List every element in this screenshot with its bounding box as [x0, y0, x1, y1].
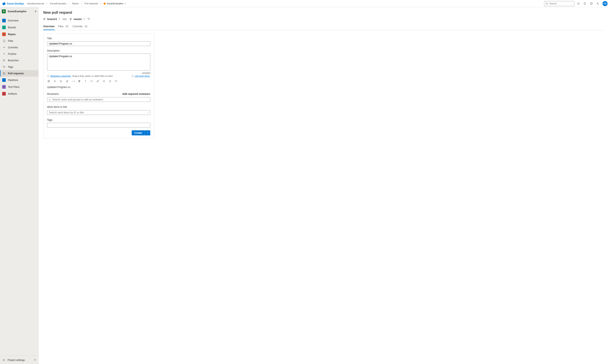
test-plans-icon: ⚗: [2, 85, 6, 89]
highlight-dropdown-button[interactable]: ▾: [72, 79, 75, 83]
tab-label: Commits: [73, 25, 83, 28]
crumb-sep: /: [81, 2, 82, 5]
create-button[interactable]: Create: [132, 130, 145, 135]
create-split-button: Create: [132, 130, 150, 135]
nav-items: ◧ Overview ▦ Boards ◆ Repos Files Commit…: [0, 16, 39, 98]
branch-icon: [2, 59, 6, 62]
help-icon-button[interactable]: ?: [588, 1, 594, 6]
sidebar-item-pipelines[interactable]: ➤ Pipelines: [0, 77, 39, 83]
reviewers-input[interactable]: [47, 97, 150, 102]
sidebar-sub-files[interactable]: Files: [0, 38, 39, 44]
user-settings-icon-button[interactable]: [595, 1, 601, 6]
crumb-repo-picker[interactable]: SonarExamples ▾: [103, 1, 127, 6]
sidebar-item-label: Pull requests: [8, 72, 24, 75]
new-project-button[interactable]: +: [35, 10, 37, 13]
svg-rect-38: [115, 80, 116, 81]
code-button[interactable]: [90, 79, 93, 83]
hashtag-button[interactable]: #: [53, 79, 56, 83]
sidebar-item-label: Tags: [8, 65, 13, 68]
bulleted-list-button[interactable]: [102, 79, 106, 83]
sidebar-sub-branches[interactable]: Branches: [0, 57, 39, 64]
pr-ref-button[interactable]: [59, 79, 63, 83]
tags-input[interactable]: [47, 123, 150, 128]
work-items-dropdown-button[interactable]: [147, 111, 149, 114]
title-label: Title: [47, 37, 150, 40]
add-required-reviewers-button[interactable]: Add required reviewers: [122, 92, 150, 95]
branch-icon: [43, 18, 46, 20]
link-button[interactable]: [96, 79, 99, 83]
target-branch-picker[interactable]: master ▾: [70, 18, 85, 21]
brand-label[interactable]: Azure DevOps: [7, 2, 24, 5]
crumb-section[interactable]: Pull requests: [83, 1, 99, 6]
svg-point-28: [103, 82, 103, 82]
swap-branches-button[interactable]: [86, 17, 91, 21]
project-badge: S: [2, 9, 6, 13]
svg-point-42: [49, 99, 50, 100]
person-icon: [49, 98, 51, 101]
project-header[interactable]: S SonarExamples +: [0, 7, 39, 15]
numbered-list-button[interactable]: 123: [108, 79, 112, 83]
global-search[interactable]: [544, 1, 574, 6]
svg-point-18: [44, 19, 44, 20]
marketplace-icon-button[interactable]: [582, 1, 588, 6]
content: New pull request branch1 ▾ into master ▾…: [39, 7, 609, 364]
help-icon: ?: [590, 2, 593, 5]
tab-overview[interactable]: Overview: [43, 24, 54, 30]
sidebar-item-repos[interactable]: ◆ Repos: [0, 31, 39, 38]
task-list-icon: [115, 80, 118, 82]
svg-point-26: [103, 80, 103, 81]
title-input[interactable]: [47, 41, 150, 46]
target-branch-label: master: [74, 18, 82, 21]
sidebar-sub-tags[interactable]: Tags: [0, 64, 39, 70]
reviewers-field[interactable]: [47, 97, 150, 102]
work-items-input[interactable]: [47, 110, 150, 115]
attach-button[interactable]: [66, 79, 69, 83]
description-textarea[interactable]: [47, 53, 150, 70]
task-list-button[interactable]: [115, 79, 118, 83]
italic-button[interactable]: I: [84, 79, 87, 83]
collapse-sidebar-button[interactable]: [32, 357, 39, 363]
crumb-area[interactable]: Repos: [71, 1, 80, 6]
sidebar-item-artifacts[interactable]: ▣ Artifacts: [0, 90, 39, 97]
work-items-icon-button[interactable]: [575, 1, 581, 6]
azure-devops-logo-icon: [2, 2, 6, 5]
tab-commits[interactable]: Commits1: [73, 24, 88, 30]
mention-button[interactable]: @: [47, 79, 50, 83]
create-dropdown-button[interactable]: [145, 130, 150, 135]
svg-point-12: [4, 66, 4, 67]
svg-point-20: [70, 18, 70, 18]
chevron-down-icon: [147, 111, 149, 114]
breadcrumb: Azure DevOps claudiasonarova / SonarExam…: [2, 1, 543, 6]
sidebar-item-boards[interactable]: ▦ Boards: [0, 24, 39, 31]
link-icon: [96, 80, 99, 82]
link-work-items-link[interactable]: Link work items.: [135, 75, 150, 77]
work-items-field[interactable]: [47, 110, 150, 115]
svg-point-15: [4, 74, 5, 74]
boards-icon: ▦: [2, 26, 6, 29]
svg-point-11: [4, 60, 5, 60]
search-icon: [545, 2, 548, 5]
chevron-down-icon: ▾: [59, 18, 60, 20]
avatar[interactable]: CS: [603, 1, 608, 6]
project-settings-link[interactable]: Project settings: [0, 357, 32, 363]
svg-point-9: [3, 60, 4, 60]
sidebar-sub-pushes[interactable]: Pushes: [0, 51, 39, 57]
svg-point-17: [44, 18, 44, 18]
tags-label: Tags: [47, 118, 150, 121]
svg-point-16: [3, 360, 4, 360]
sidebar-sub-pull-requests[interactable]: Pull requests: [0, 70, 39, 77]
crumb-repo-label: SonarExamples: [106, 2, 123, 5]
bold-button[interactable]: B: [78, 79, 81, 83]
markdown-supported-link[interactable]: Markdown supported.: [50, 75, 71, 77]
tab-files[interactable]: Files1: [58, 24, 69, 30]
bag-icon: [583, 2, 586, 5]
crumb-org[interactable]: claudiasonarova: [26, 1, 45, 6]
sidebar-sub-commits[interactable]: Commits: [0, 44, 39, 51]
search-input[interactable]: [544, 1, 574, 6]
sidebar-item-overview[interactable]: ◧ Overview: [0, 17, 39, 24]
sidebar-item-test-plans[interactable]: ⚗ Test Plans: [0, 83, 39, 90]
source-branch-picker[interactable]: branch1 ▾: [43, 18, 60, 21]
bulleted-list-icon: [103, 80, 105, 82]
crumb-project[interactable]: SonarExamples: [49, 1, 67, 6]
sidebar-footer: Project settings: [0, 355, 39, 364]
